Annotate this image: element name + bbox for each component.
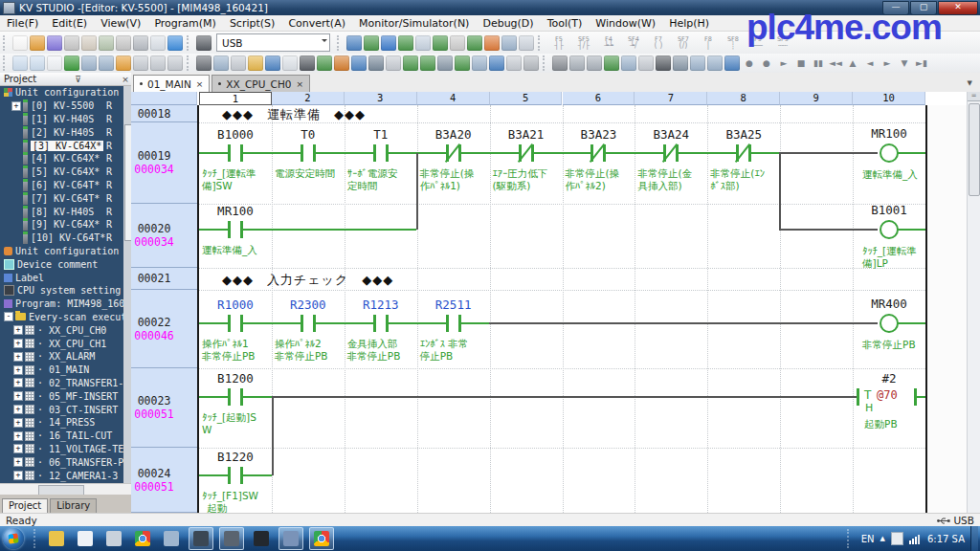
tree-expander-icon[interactable]: + xyxy=(13,352,23,362)
row-gutter[interactable]: 00018 xyxy=(131,105,177,122)
contact-no-t0[interactable] xyxy=(293,143,323,163)
tree-item-12-camera1-3[interactable]: +· 12_CAMERA1-3 xyxy=(0,469,123,482)
coil-mr100[interactable] xyxy=(880,143,899,163)
record-icon[interactable]: ● xyxy=(742,55,757,71)
ladder-view[interactable]: 1234567891000018◆◆◆ 運転準備 ◆◆◆00019000034B… xyxy=(131,92,980,513)
tree-item-xx-cpu-ch1[interactable]: +· XX_CPU_CH1 xyxy=(0,337,123,350)
tree-item--7-kv-c64t-[interactable]: [7] KV-C64T*R xyxy=(0,191,123,205)
row-gutter2[interactable] xyxy=(177,204,197,268)
tree-item-16-tail-cut[interactable]: +· 16_TAIL-CUT xyxy=(0,430,123,443)
split-vertical-icon[interactable] xyxy=(99,55,114,71)
split-handle-icon[interactable]: ═ xyxy=(968,92,980,101)
zoom-out-icon[interactable] xyxy=(30,55,45,71)
row-gutter2[interactable] xyxy=(177,368,197,448)
ladder-instruction-button-sf4[interactable]: SF4┶/ xyxy=(622,33,645,52)
tree-item-11-voltage-tes[interactable]: +· 11_VOLTAGE-TES xyxy=(0,443,123,456)
panel-tab-library[interactable]: Library xyxy=(50,498,97,513)
pen-icon[interactable] xyxy=(552,55,568,71)
list2-icon[interactable] xyxy=(587,55,602,71)
tree-item-01-main[interactable]: +· 01_MAIN xyxy=(0,364,123,377)
coil-b1001[interactable] xyxy=(880,220,899,239)
step-back-icon[interactable]: ◄ xyxy=(862,55,878,71)
row-gutter[interactable]: 00021 xyxy=(131,268,177,290)
sync-green-icon[interactable] xyxy=(403,55,418,71)
split-horizontal-icon[interactable] xyxy=(81,55,97,71)
tree-expander-icon[interactable]: + xyxy=(13,457,23,467)
tree-item-label[interactable]: Label xyxy=(0,271,123,284)
menu-file[interactable]: File(F) xyxy=(0,15,45,31)
row-gutter[interactable]: 00022000046 xyxy=(131,290,177,368)
grid-dense-icon[interactable] xyxy=(638,55,654,71)
tree-expander-icon[interactable]: + xyxy=(13,431,23,441)
menu-edit[interactable]: Edit(E) xyxy=(45,15,94,31)
editor-vertical-scrollbar[interactable]: ═ xyxy=(967,92,980,513)
row-gutter2[interactable] xyxy=(177,290,197,368)
contact-nc-b3a21[interactable] xyxy=(511,143,542,163)
menu-convert[interactable]: Convert(A) xyxy=(281,15,352,31)
fit-width-icon[interactable] xyxy=(47,55,62,71)
pc-to-plc-icon[interactable] xyxy=(346,35,362,51)
stop-icon[interactable]: ■ xyxy=(793,55,809,71)
contact-no-t1[interactable] xyxy=(366,143,396,163)
ladder-instruction-button-f8[interactable]: F8│ xyxy=(697,33,720,52)
tree-expander-icon[interactable]: + xyxy=(13,378,23,387)
ladder-instruction-button-sf7[interactable]: SF7(/) xyxy=(672,33,695,52)
menu-window[interactable]: Window(W) xyxy=(589,15,662,31)
scrollbar-thumb[interactable] xyxy=(969,103,980,196)
menu-program[interactable]: Program(M) xyxy=(147,15,223,31)
tree-item--5-kv-c64x-[interactable]: [5] KV-C64X*R xyxy=(0,165,123,179)
row-gutter2[interactable] xyxy=(177,268,197,290)
action-center-icon[interactable] xyxy=(891,532,903,545)
grid-16-icon[interactable] xyxy=(150,55,166,71)
pause-icon[interactable]: ▮▮ xyxy=(811,55,826,71)
play-icon[interactable]: ► xyxy=(776,55,791,71)
ladder-instruction-button-f5[interactable]: F5┤├ xyxy=(547,33,570,52)
menu-view[interactable]: View(V) xyxy=(94,15,147,31)
script-edit-icon[interactable] xyxy=(604,55,619,71)
step-down-icon[interactable]: ▼ xyxy=(897,55,912,71)
menu-monitor-simulator[interactable]: Monitor/Simulator(N) xyxy=(352,15,476,31)
help-icon[interactable] xyxy=(167,35,183,51)
contact-no-r2300[interactable] xyxy=(293,314,323,333)
record2-icon[interactable]: ● xyxy=(759,55,774,71)
device-dark-icon[interactable] xyxy=(656,55,671,71)
show-desktop-button[interactable] xyxy=(970,526,978,551)
tree-expander-icon[interactable]: + xyxy=(13,405,23,414)
export-icon[interactable] xyxy=(116,35,131,51)
row-gutter2[interactable] xyxy=(177,122,197,204)
coil-mr400[interactable] xyxy=(880,314,899,333)
copy-gray-icon[interactable] xyxy=(506,55,522,71)
contact-nc-b3a25[interactable] xyxy=(728,143,759,163)
contact-no-b1000[interactable] xyxy=(220,143,251,163)
refresh-icon[interactable] xyxy=(484,35,500,51)
image-viewer-icon[interactable] xyxy=(278,527,303,550)
tree-expander-icon[interactable]: + xyxy=(13,444,23,453)
tree-item-14-press[interactable]: +· 14_PRESS xyxy=(0,416,123,430)
tab-close-icon[interactable]: × xyxy=(297,79,304,89)
unit-box-icon[interactable] xyxy=(437,55,453,71)
tree-item-03-ct-insert[interactable]: +· 03_CT-INSERT xyxy=(0,403,123,416)
tree-item-05-mf-insert[interactable]: +· 05_MF-INSERT xyxy=(0,389,123,403)
network-signal-icon[interactable] xyxy=(909,534,922,544)
tree-item-device-comment[interactable]: Device comment xyxy=(0,257,123,271)
zoom-in-icon[interactable] xyxy=(12,55,28,71)
pin-icon[interactable]: ⊽ xyxy=(73,75,84,84)
contact-no-b1200[interactable] xyxy=(220,387,251,407)
ladder-instruction-button-f4[interactable]: F4┶┶ xyxy=(597,33,620,52)
flat-gray-icon[interactable] xyxy=(523,55,539,71)
notepad-icon[interactable] xyxy=(74,528,97,549)
print-preview-icon[interactable] xyxy=(150,35,166,51)
contact-no-r1213[interactable] xyxy=(366,314,396,333)
save-all-icon[interactable] xyxy=(64,35,79,51)
list-icon[interactable] xyxy=(569,55,585,71)
tree-expander-icon[interactable]: + xyxy=(11,101,21,111)
tree-item-xx-cpu-ch0[interactable]: +· XX_CPU_CH0 xyxy=(0,323,123,337)
step-forward-icon[interactable]: ► xyxy=(880,55,895,71)
device-chart-icon[interactable] xyxy=(433,35,448,51)
explorer-icon[interactable] xyxy=(45,528,68,549)
ladder-instruction-button-sf8[interactable]: SF8┊ xyxy=(722,33,745,52)
tree-item-every-scan-executi[interactable]: -Every-scan executi xyxy=(0,311,123,324)
row-gutter2[interactable] xyxy=(177,105,197,122)
row-gutter[interactable]: 00020000034 xyxy=(131,204,177,268)
tree-item--0-kv-5500[interactable]: +[0] KV-5500R xyxy=(0,99,123,113)
